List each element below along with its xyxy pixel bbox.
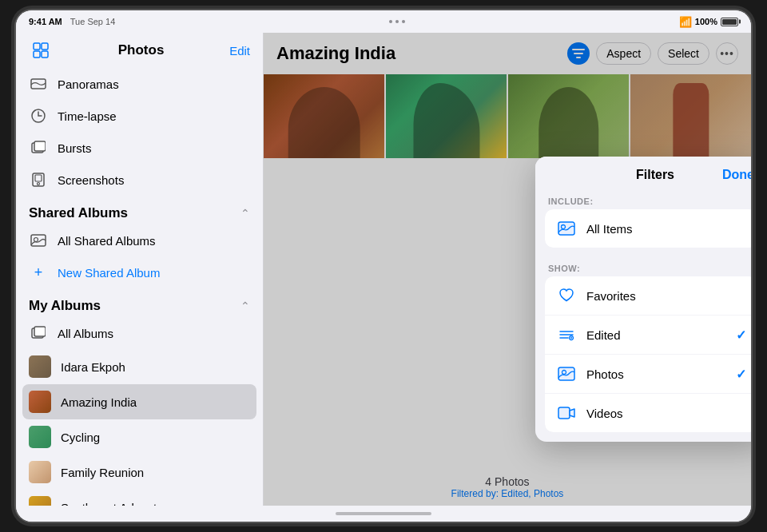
shared-albums-chevron: ⌃ bbox=[240, 207, 250, 220]
sidebar-edit-button[interactable]: Edit bbox=[229, 44, 250, 58]
all-items-label: All Items bbox=[586, 222, 746, 236]
sidebar-item-all-albums[interactable]: All Albums bbox=[16, 317, 263, 349]
sidebar-item-bursts[interactable]: Bursts bbox=[16, 132, 263, 164]
photos-checkmark: ✓ bbox=[736, 367, 746, 382]
svg-rect-2 bbox=[34, 51, 40, 58]
status-date: Tue Sep 14 bbox=[70, 17, 115, 26]
photos-label: Photos bbox=[586, 367, 726, 381]
status-bar: 9:41 AM Tue Sep 14 📶 100% bbox=[16, 10, 751, 33]
filters-title: Filters bbox=[588, 168, 722, 182]
app-container: Photos Edit Panoramas bbox=[16, 33, 751, 506]
shared-albums-title: Shared Albums bbox=[29, 205, 128, 221]
sidebar-item-panoramas-label: Panoramas bbox=[58, 77, 250, 91]
shared-albums-section-header[interactable]: Shared Albums ⌃ bbox=[16, 196, 263, 224]
timelapse-icon bbox=[29, 106, 48, 125]
sidebar-item-bursts-label: Bursts bbox=[58, 141, 250, 155]
battery-percent: 100% bbox=[695, 17, 717, 26]
sidebar-item-cycling-label: Cycling bbox=[61, 431, 250, 444]
sidebar-item-southwest[interactable]: Southwest Adventure bbox=[16, 490, 263, 506]
include-section: INCLUDE: All Items bbox=[535, 190, 751, 248]
filter-favorites[interactable]: Favorites bbox=[545, 276, 751, 316]
svg-rect-14 bbox=[34, 327, 46, 336]
photos-icon bbox=[556, 363, 577, 384]
svg-point-12 bbox=[34, 238, 38, 242]
sidebar-item-all-albums-label: All Albums bbox=[58, 327, 250, 340]
svg-rect-7 bbox=[34, 141, 46, 151]
amazing-india-thumb bbox=[29, 391, 51, 413]
svg-point-9 bbox=[38, 183, 40, 185]
sidebar-item-screenshots[interactable]: Screenshots bbox=[16, 164, 263, 196]
battery-icon bbox=[721, 18, 738, 26]
screenshots-icon bbox=[29, 170, 48, 189]
filters-panel: Filters Done INCLUDE: bbox=[535, 157, 751, 442]
svg-rect-25 bbox=[558, 407, 570, 419]
three-dots-indicator bbox=[384, 15, 410, 28]
svg-rect-0 bbox=[34, 43, 40, 50]
my-albums-section-header[interactable]: My Albums ⌃ bbox=[16, 288, 263, 317]
status-left: 9:41 AM Tue Sep 14 bbox=[29, 17, 115, 26]
show-section: SHOW: Favorites bbox=[535, 257, 751, 432]
sidebar-item-new-shared[interactable]: + New Shared Album bbox=[16, 256, 263, 288]
sidebar-header: Photos Edit bbox=[16, 33, 263, 68]
family-thumb bbox=[29, 461, 51, 483]
content-area: Amazing India Aspect Select ••• bbox=[264, 33, 751, 506]
sidebar-item-timelapse[interactable]: Time-lapse bbox=[16, 100, 263, 132]
sidebar: Photos Edit Panoramas bbox=[16, 33, 264, 506]
svg-rect-10 bbox=[35, 175, 42, 181]
svg-rect-3 bbox=[42, 51, 48, 58]
svg-rect-15 bbox=[558, 222, 574, 235]
dot-2 bbox=[395, 20, 399, 23]
favorites-icon bbox=[556, 285, 577, 306]
sidebar-title: Photos bbox=[118, 42, 165, 58]
dot-1 bbox=[389, 20, 392, 23]
filter-videos[interactable]: Videos bbox=[545, 394, 751, 432]
sidebar-item-idara-label: Idara Ekpoh bbox=[61, 360, 250, 374]
include-label: INCLUDE: bbox=[535, 190, 751, 209]
filter-all-items[interactable]: All Items bbox=[545, 209, 751, 248]
home-bar bbox=[336, 512, 431, 515]
sidebar-item-amazing-india-label: Amazing India bbox=[61, 395, 250, 409]
status-time: 9:41 AM bbox=[29, 17, 62, 26]
filters-header: Filters Done bbox=[535, 157, 751, 190]
home-indicator bbox=[16, 506, 751, 522]
status-right: 📶 100% bbox=[679, 16, 738, 28]
sidebar-item-screenshots-label: Screenshots bbox=[58, 173, 250, 187]
all-albums-icon bbox=[29, 324, 48, 343]
dot-3 bbox=[402, 20, 405, 23]
filter-photos[interactable]: Photos ✓ bbox=[545, 355, 751, 394]
all-items-icon bbox=[556, 218, 577, 239]
filters-done-button[interactable]: Done bbox=[722, 168, 751, 182]
bursts-icon bbox=[29, 138, 48, 157]
device-frame: 9:41 AM Tue Sep 14 📶 100% bbox=[16, 10, 751, 522]
sidebar-item-panoramas[interactable]: Panoramas bbox=[16, 68, 263, 100]
videos-icon bbox=[556, 403, 577, 423]
sidebar-item-all-shared[interactable]: All Shared Albums bbox=[16, 224, 263, 256]
sidebar-item-new-shared-label: New Shared Album bbox=[58, 266, 250, 280]
svg-rect-11 bbox=[31, 235, 46, 246]
panoramas-icon bbox=[29, 74, 48, 93]
filter-edited[interactable]: Edited ✓ bbox=[545, 316, 751, 355]
battery-fill bbox=[722, 19, 737, 25]
sidebar-item-cycling[interactable]: Cycling bbox=[16, 419, 263, 455]
sidebar-item-family-reunion[interactable]: Family Reunion bbox=[16, 455, 263, 490]
svg-rect-1 bbox=[42, 43, 48, 50]
sidebar-grid-icon[interactable] bbox=[29, 38, 53, 62]
wifi-icon: 📶 bbox=[679, 16, 692, 28]
sidebar-item-timelapse-label: Time-lapse bbox=[58, 109, 250, 123]
include-item-group: All Items bbox=[545, 209, 751, 248]
videos-label: Videos bbox=[586, 407, 746, 420]
sidebar-item-amazing-india[interactable]: Amazing India bbox=[22, 384, 256, 419]
my-albums-chevron: ⌃ bbox=[240, 300, 250, 312]
svg-rect-23 bbox=[558, 367, 574, 380]
favorites-label: Favorites bbox=[586, 289, 746, 303]
edited-label: Edited bbox=[586, 328, 726, 342]
my-albums-title: My Albums bbox=[29, 298, 101, 314]
show-item-group: Favorites bbox=[545, 276, 751, 432]
idara-thumb bbox=[29, 355, 51, 378]
sidebar-item-family-reunion-label: Family Reunion bbox=[61, 466, 250, 479]
edited-icon bbox=[556, 324, 577, 345]
sidebar-scroll[interactable]: Panoramas Time-lapse bbox=[16, 68, 263, 506]
cycling-thumb bbox=[29, 426, 51, 448]
modal-overlay[interactable]: Filters Done INCLUDE: bbox=[264, 33, 751, 506]
sidebar-item-idara[interactable]: Idara Ekpoh bbox=[16, 349, 263, 384]
